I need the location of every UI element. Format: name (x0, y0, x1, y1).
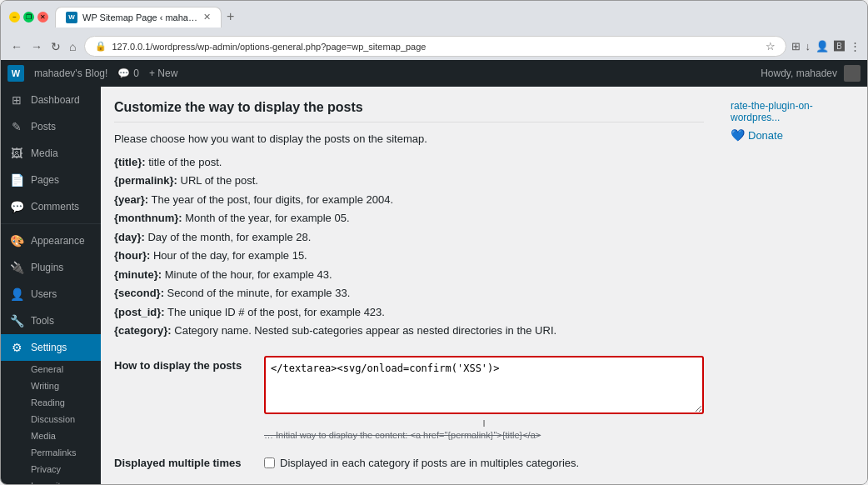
placeholder-minute: {minute}: Minute of the hour, for exampl… (114, 267, 704, 283)
admin-avatar[interactable] (844, 65, 861, 82)
cursor-indicator: I (264, 418, 704, 428)
menu-icon[interactable]: ⋮ (850, 40, 861, 52)
back-button[interactable]: ← (7, 38, 26, 55)
sidebar-item-dashboard[interactable]: ⊞ Dashboard (1, 87, 101, 113)
donate-link[interactable]: Donate (748, 129, 783, 142)
sidebar-item-comments[interactable]: 💬 Comments (1, 193, 101, 220)
sidebar-sub-discussion[interactable]: Discussion (1, 411, 101, 428)
site-name[interactable]: mahadev's Blog! (34, 68, 107, 79)
sidebar-sub-privacy[interactable]: Privacy (1, 461, 101, 478)
active-tab[interactable]: W WP Sitemap Page ‹ mahadev's … ✕ (55, 7, 222, 28)
how-to-display-textarea[interactable] (264, 356, 704, 414)
sidebar-sub-reading[interactable]: Reading (1, 394, 101, 411)
displayed-multiple-row: Displayed multiple times Displayed in ea… (114, 447, 704, 479)
window-controls: − ❐ ✕ (9, 12, 48, 22)
admin-bar-right: Howdy, mahadev (761, 65, 861, 82)
description-text: Please choose how you want to display th… (114, 131, 704, 148)
placeholder-second: {second}: Second of the minute, for exam… (114, 285, 704, 302)
new-tab-button[interactable]: + (222, 8, 239, 26)
profile-icon-1[interactable]: 👤 (816, 40, 829, 52)
download-icon[interactable]: ↓ (806, 40, 811, 52)
sidebar: ⊞ Dashboard ✎ Posts 🖼 Media 📄 Pages (1, 87, 101, 484)
placeholder-year: {year}: The year of the post, four digit… (114, 192, 704, 208)
sidebar-item-plugins[interactable]: 🔌 Plugins (1, 254, 101, 281)
appearance-icon: 🎨 (9, 234, 24, 248)
displayed-multiple-label: Displayed multiple times (114, 447, 264, 479)
minimize-button[interactable]: − (9, 12, 20, 22)
settings-icon: ⚙ (9, 341, 24, 354)
rate-plugin-link[interactable]: rate-the-plugin-on-wordpres... (731, 100, 854, 123)
new-content-button[interactable]: + New (149, 68, 177, 79)
browser-toolbar: − ❐ ✕ W WP Sitemap Page ‹ mahadev's … ✕ … (1, 1, 867, 32)
sidebar-item-users[interactable]: 👤 Users (1, 281, 101, 308)
lock-icon: 🔒 (95, 41, 107, 52)
right-sidebar: rate-the-plugin-on-wordpres... 💙 Donate (717, 87, 867, 484)
nav-arrows: ← → ↻ ⌂ (7, 38, 79, 55)
posts-icon: ✎ (9, 120, 24, 133)
sidebar-item-appearance[interactable]: 🎨 Appearance (1, 228, 101, 254)
browser-toolbar-icons: ⊞ ↓ 👤 🅱 ⋮ (791, 40, 861, 52)
tab-close-icon[interactable]: ✕ (203, 12, 211, 22)
hint-text: … Initial way to display the content: <a… (264, 430, 704, 440)
placeholder-monthnum: {monthnum}: Month of the year, for examp… (114, 210, 704, 227)
sidebar-item-posts[interactable]: ✎ Posts (1, 113, 101, 140)
plugins-icon: 🔌 (9, 261, 24, 274)
address-bar[interactable]: 🔒 127.0.0.1/wordpress/wp-admin/options-g… (84, 36, 786, 57)
section-title: Customize the way to display the posts (114, 100, 704, 122)
sidebar-divider-1 (1, 223, 101, 224)
placeholder-category: {category}: Category name. Nested sub-ca… (114, 322, 704, 339)
content-wrap: Customize the way to display the posts P… (101, 87, 867, 484)
wp-logo[interactable]: W (7, 65, 24, 82)
displayed-checkbox[interactable] (264, 458, 275, 468)
tab-favicon: W (66, 12, 77, 23)
address-text: 127.0.0.1/wordpress/wp-admin/options-gen… (112, 42, 760, 52)
pages-icon: 📄 (9, 173, 24, 187)
profile-icon-2[interactable]: 🅱 (834, 40, 845, 52)
placeholder-hour: {hour}: Hour of the day, for example 15. (114, 248, 704, 264)
placeholder-title: {title}: title of the post. (114, 154, 704, 171)
sidebar-sub-permalinks[interactable]: Permalinks (1, 444, 101, 461)
tools-icon: 🔧 (9, 314, 24, 328)
refresh-button[interactable]: ↻ (47, 38, 64, 55)
bookmark-icon[interactable]: ☆ (766, 40, 776, 52)
forward-button[interactable]: → (27, 38, 46, 55)
howdy-text: Howdy, mahadev (761, 68, 837, 79)
extensions-icon[interactable]: ⊞ (791, 40, 801, 52)
displayed-checkbox-label[interactable]: Displayed in each category if posts are … (264, 457, 704, 469)
placeholder-list: {title}: title of the post. {permalink}:… (114, 154, 704, 339)
how-to-display-field: I … Initial way to display the content: … (264, 349, 704, 447)
sidebar-item-pages[interactable]: 📄 Pages (1, 167, 101, 193)
tab-title: WP Sitemap Page ‹ mahadev's … (82, 12, 198, 22)
placeholder-post-id: {post_id}: The unique ID # of the post, … (114, 304, 704, 321)
wp-layout: ⊞ Dashboard ✎ Posts 🖼 Media 📄 Pages (1, 87, 867, 484)
home-button[interactable]: ⌂ (66, 38, 79, 55)
placeholder-permalink: {permalink}: URL of the post. (114, 172, 704, 189)
donate-icon: 💙 (731, 128, 745, 142)
close-button[interactable]: ✕ (37, 12, 48, 22)
comment-icon: 💬 (117, 68, 130, 79)
sidebar-sub-media[interactable]: Media (1, 428, 101, 444)
displayed-multiple-field: Displayed in each category if posts are … (264, 447, 704, 479)
users-icon: 👤 (9, 288, 24, 301)
sidebar-sub-writing[interactable]: Writing (1, 378, 101, 394)
media-icon: 🖼 (9, 147, 24, 160)
sidebar-item-settings[interactable]: ⚙ Settings (1, 334, 101, 361)
form-table: How to display the posts I … Initial way… (114, 349, 704, 479)
sidebar-item-tools[interactable]: 🔧 Tools (1, 308, 101, 334)
comments-icon: 💬 (9, 200, 24, 213)
sidebar-sub-general[interactable]: General (1, 361, 101, 378)
displayed-desc: Displayed in each category if posts are … (280, 457, 579, 469)
sidebar-sub-imsanity[interactable]: Imsanity (1, 478, 101, 484)
sidebar-menu: ⊞ Dashboard ✎ Posts 🖼 Media 📄 Pages (1, 87, 101, 484)
tab-bar: W WP Sitemap Page ‹ mahadev's … ✕ + (55, 7, 239, 28)
restore-button[interactable]: ❐ (23, 12, 34, 22)
content-inner: Customize the way to display the posts P… (101, 87, 717, 484)
dashboard-icon: ⊞ (9, 93, 24, 107)
comments-link[interactable]: 💬 0 (117, 68, 139, 79)
address-bar-row: ← → ↻ ⌂ 🔒 127.0.0.1/wordpress/wp-admin/o… (1, 32, 867, 60)
placeholder-day: {day}: Day of the month, for example 28. (114, 229, 704, 246)
how-to-display-row: How to display the posts I … Initial way… (114, 349, 704, 447)
admin-bar: W mahadev's Blog! 💬 0 + New Howdy, mahad… (1, 60, 867, 87)
main-content: Customize the way to display the posts P… (101, 87, 867, 484)
sidebar-item-media[interactable]: 🖼 Media (1, 140, 101, 167)
